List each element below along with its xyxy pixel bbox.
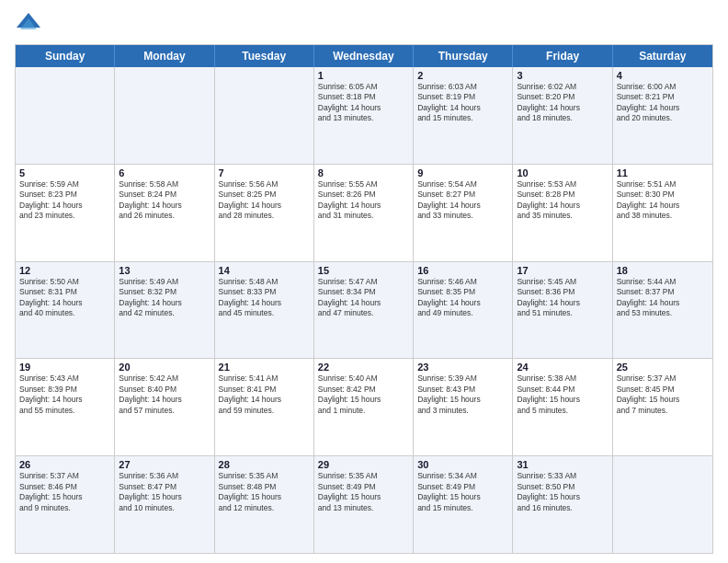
cell-text: Sunrise: 6:03 AMSunset: 8:19 PMDaylight:… — [417, 82, 508, 124]
calendar-cell — [613, 456, 712, 553]
cell-text: Sunrise: 5:55 AMSunset: 8:26 PMDaylight:… — [318, 179, 409, 222]
cell-text: Sunrise: 5:41 AMSunset: 8:41 PMDaylight:… — [219, 373, 310, 416]
calendar-cell: 14Sunrise: 5:48 AMSunset: 8:33 PMDayligh… — [215, 262, 314, 359]
calendar-header-day: Friday — [513, 45, 612, 67]
calendar-cell — [215, 67, 314, 164]
logo — [15, 11, 46, 39]
day-number: 18 — [617, 265, 709, 276]
day-number: 29 — [318, 459, 409, 470]
calendar-cell: 4Sunrise: 6:00 AMSunset: 8:21 PMDaylight… — [613, 67, 712, 164]
day-number: 5 — [19, 167, 110, 178]
calendar-cell — [16, 67, 115, 164]
calendar-cell: 5Sunrise: 5:59 AMSunset: 8:23 PMDaylight… — [16, 165, 115, 261]
calendar-cell: 10Sunrise: 5:53 AMSunset: 8:28 PMDayligh… — [513, 165, 612, 261]
cell-text: Sunrise: 5:53 AMSunset: 8:28 PMDaylight:… — [517, 179, 608, 222]
calendar-cell: 16Sunrise: 5:46 AMSunset: 8:35 PMDayligh… — [414, 262, 513, 359]
day-number: 23 — [417, 362, 508, 373]
calendar-cell: 7Sunrise: 5:56 AMSunset: 8:25 PMDaylight… — [215, 165, 314, 261]
day-number: 31 — [517, 459, 608, 470]
day-number: 24 — [517, 362, 608, 373]
day-number: 8 — [318, 167, 409, 178]
calendar-cell: 15Sunrise: 5:47 AMSunset: 8:34 PMDayligh… — [314, 262, 414, 359]
calendar-row: 1Sunrise: 6:05 AMSunset: 8:18 PMDaylight… — [16, 67, 712, 164]
calendar-cell: 23Sunrise: 5:39 AMSunset: 8:43 PMDayligh… — [414, 359, 513, 455]
day-number: 25 — [617, 362, 709, 373]
calendar-cell: 17Sunrise: 5:45 AMSunset: 8:36 PMDayligh… — [513, 262, 612, 359]
logo-icon — [15, 11, 42, 39]
calendar-cell: 19Sunrise: 5:43 AMSunset: 8:39 PMDayligh… — [16, 359, 115, 455]
day-number: 7 — [219, 167, 310, 178]
calendar-cell: 8Sunrise: 5:55 AMSunset: 8:26 PMDaylight… — [314, 165, 414, 261]
calendar-header-day: Thursday — [414, 45, 513, 67]
calendar-cell: 9Sunrise: 5:54 AMSunset: 8:27 PMDaylight… — [414, 165, 513, 261]
calendar-cell: 6Sunrise: 5:58 AMSunset: 8:24 PMDaylight… — [115, 165, 214, 261]
calendar-cell: 12Sunrise: 5:50 AMSunset: 8:31 PMDayligh… — [16, 262, 115, 359]
cell-text: Sunrise: 5:50 AMSunset: 8:31 PMDaylight:… — [19, 277, 110, 319]
calendar-cell: 30Sunrise: 5:34 AMSunset: 8:49 PMDayligh… — [414, 456, 513, 553]
cell-text: Sunrise: 5:46 AMSunset: 8:35 PMDaylight:… — [417, 277, 508, 319]
calendar-cell: 26Sunrise: 5:37 AMSunset: 8:46 PMDayligh… — [16, 456, 115, 553]
day-number: 12 — [19, 265, 110, 276]
day-number: 1 — [318, 70, 409, 81]
day-number: 14 — [219, 265, 310, 276]
day-number: 13 — [119, 265, 210, 276]
cell-text: Sunrise: 5:39 AMSunset: 8:43 PMDaylight:… — [417, 373, 508, 416]
cell-text: Sunrise: 6:02 AMSunset: 8:20 PMDaylight:… — [517, 82, 608, 124]
cell-text: Sunrise: 5:37 AMSunset: 8:45 PMDaylight:… — [617, 373, 709, 416]
day-number: 28 — [219, 459, 310, 470]
calendar-cell: 21Sunrise: 5:41 AMSunset: 8:41 PMDayligh… — [215, 359, 314, 455]
cell-text: Sunrise: 5:37 AMSunset: 8:46 PMDaylight:… — [19, 471, 110, 513]
day-number: 6 — [119, 167, 210, 178]
cell-text: Sunrise: 5:48 AMSunset: 8:33 PMDaylight:… — [219, 277, 310, 319]
cell-text: Sunrise: 5:34 AMSunset: 8:49 PMDaylight:… — [417, 471, 508, 513]
calendar-cell: 29Sunrise: 5:35 AMSunset: 8:49 PMDayligh… — [314, 456, 414, 553]
calendar-cell: 25Sunrise: 5:37 AMSunset: 8:45 PMDayligh… — [613, 359, 712, 455]
day-number: 3 — [517, 70, 608, 81]
calendar-header-day: Wednesday — [314, 45, 414, 67]
calendar-cell: 2Sunrise: 6:03 AMSunset: 8:19 PMDaylight… — [414, 67, 513, 164]
calendar-row: 12Sunrise: 5:50 AMSunset: 8:31 PMDayligh… — [16, 261, 712, 359]
cell-text: Sunrise: 5:40 AMSunset: 8:42 PMDaylight:… — [318, 373, 409, 416]
day-number: 9 — [417, 167, 508, 178]
calendar-header-day: Monday — [115, 45, 214, 67]
cell-text: Sunrise: 5:38 AMSunset: 8:44 PMDaylight:… — [517, 373, 608, 416]
cell-text: Sunrise: 6:05 AMSunset: 8:18 PMDaylight:… — [318, 82, 409, 124]
cell-text: Sunrise: 5:54 AMSunset: 8:27 PMDaylight:… — [417, 179, 508, 222]
cell-text: Sunrise: 5:56 AMSunset: 8:25 PMDaylight:… — [219, 179, 310, 222]
day-number: 10 — [517, 167, 608, 178]
calendar-cell: 3Sunrise: 6:02 AMSunset: 8:20 PMDaylight… — [513, 67, 612, 164]
day-number: 19 — [19, 362, 110, 373]
calendar-cell — [115, 67, 214, 164]
calendar-cell: 27Sunrise: 5:36 AMSunset: 8:47 PMDayligh… — [115, 456, 214, 553]
calendar-row: 5Sunrise: 5:59 AMSunset: 8:23 PMDaylight… — [16, 164, 712, 261]
cell-text: Sunrise: 5:36 AMSunset: 8:47 PMDaylight:… — [119, 471, 210, 513]
calendar-cell: 13Sunrise: 5:49 AMSunset: 8:32 PMDayligh… — [115, 262, 214, 359]
day-number: 21 — [219, 362, 310, 373]
calendar-row: 26Sunrise: 5:37 AMSunset: 8:46 PMDayligh… — [16, 455, 712, 553]
calendar-cell: 28Sunrise: 5:35 AMSunset: 8:48 PMDayligh… — [215, 456, 314, 553]
calendar-header: SundayMondayTuesdayWednesdayThursdayFrid… — [16, 45, 712, 67]
calendar: SundayMondayTuesdayWednesdayThursdayFrid… — [15, 44, 713, 554]
calendar-cell: 22Sunrise: 5:40 AMSunset: 8:42 PMDayligh… — [314, 359, 414, 455]
cell-text: Sunrise: 5:35 AMSunset: 8:48 PMDaylight:… — [219, 471, 310, 513]
day-number: 4 — [617, 70, 709, 81]
cell-text: Sunrise: 5:49 AMSunset: 8:32 PMDaylight:… — [119, 277, 210, 319]
cell-text: Sunrise: 5:35 AMSunset: 8:49 PMDaylight:… — [318, 471, 409, 513]
day-number: 26 — [19, 459, 110, 470]
calendar-header-day: Sunday — [16, 45, 115, 67]
day-number: 11 — [617, 167, 709, 178]
cell-text: Sunrise: 6:00 AMSunset: 8:21 PMDaylight:… — [617, 82, 709, 124]
page: SundayMondayTuesdayWednesdayThursdayFrid… — [0, 0, 728, 563]
calendar-cell: 1Sunrise: 6:05 AMSunset: 8:18 PMDaylight… — [314, 67, 414, 164]
cell-text: Sunrise: 5:42 AMSunset: 8:40 PMDaylight:… — [119, 373, 210, 416]
cell-text: Sunrise: 5:44 AMSunset: 8:37 PMDaylight:… — [617, 277, 709, 319]
cell-text: Sunrise: 5:51 AMSunset: 8:30 PMDaylight:… — [617, 179, 709, 222]
cell-text: Sunrise: 5:45 AMSunset: 8:36 PMDaylight:… — [517, 277, 608, 319]
day-number: 27 — [119, 459, 210, 470]
calendar-header-day: Tuesday — [215, 45, 314, 67]
calendar-row: 19Sunrise: 5:43 AMSunset: 8:39 PMDayligh… — [16, 358, 712, 455]
header — [15, 11, 713, 39]
cell-text: Sunrise: 5:58 AMSunset: 8:24 PMDaylight:… — [119, 179, 210, 222]
day-number: 15 — [318, 265, 409, 276]
calendar-cell: 11Sunrise: 5:51 AMSunset: 8:30 PMDayligh… — [613, 165, 712, 261]
